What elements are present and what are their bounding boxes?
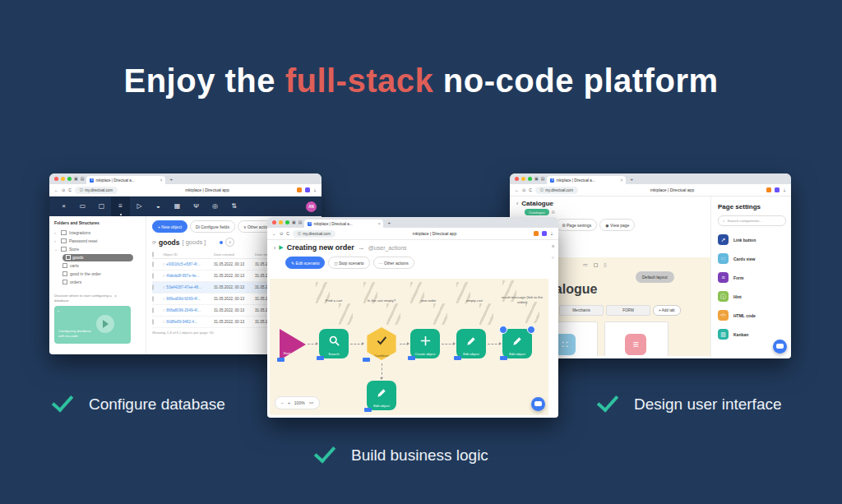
sidebar-item-goods[interactable]: goods xyxy=(54,253,141,261)
scenario-canvas[interactable]: Find a cart Is the cart empty? new order… xyxy=(270,279,548,415)
fit-screen-button[interactable]: >< xyxy=(309,400,314,405)
back-icon[interactable]: ← xyxy=(515,187,519,192)
selected-structure-pill[interactable]: goods xyxy=(62,254,133,261)
component-hint[interactable]: ⓘ Hint xyxy=(718,291,786,302)
sidebar-item-carts[interactable]: carts xyxy=(54,261,141,270)
view-page-button[interactable]: ◉ View page xyxy=(599,219,635,231)
row-checkbox[interactable] xyxy=(152,274,163,278)
object-id-link[interactable]: ≡4fabda9f-957e-4e... xyxy=(163,274,214,278)
url-field[interactable]: ⓘmy.directual.com xyxy=(75,187,118,194)
component-form[interactable]: ≡ Form xyxy=(718,272,786,283)
download-icon[interactable]: ⇣ xyxy=(313,187,317,192)
close-tab-icon[interactable]: × xyxy=(160,178,163,183)
browser-menu-icon[interactable]: ▣ xyxy=(292,220,296,224)
back-icon[interactable]: ← xyxy=(54,187,58,192)
metamask-extension-icon[interactable] xyxy=(297,187,302,192)
traffic-close-icon[interactable] xyxy=(54,177,58,181)
component-kanban[interactable]: ▥ Kanban xyxy=(718,329,786,340)
url-field[interactable]: ⓘmy.directual.com xyxy=(293,230,335,238)
database-icon[interactable]: ≡ xyxy=(111,197,130,216)
info-icon[interactable]: ⊙ xyxy=(280,231,283,236)
object-id-link[interactable]: ≡886ea58d-6069-4f... xyxy=(163,297,214,301)
plugins-icon[interactable]: ◒ xyxy=(149,197,168,216)
row-checkbox[interactable] xyxy=(152,285,163,289)
extension-icon[interactable] xyxy=(775,187,780,192)
start-node[interactable]: Start xyxy=(280,329,306,360)
traffic-close-icon[interactable] xyxy=(515,177,519,181)
extension-icon[interactable] xyxy=(305,187,310,192)
component-link-button[interactable]: ↗ Link button xyxy=(718,234,786,245)
apps-icon[interactable]: ▢ xyxy=(92,197,111,216)
traffic-minimize-icon[interactable] xyxy=(61,177,65,181)
other-actions-button[interactable]: ⋯ Other actions xyxy=(373,257,414,269)
browser-menu-icon[interactable]: ▣ xyxy=(534,177,539,181)
stop-scenario-button[interactable]: ◻ Stop scenario xyxy=(328,257,369,269)
close-icon[interactable]: × xyxy=(54,197,73,216)
sidebar-item-good-in-the-order[interactable]: good in the order xyxy=(54,270,141,278)
download-icon[interactable]: ⇣ xyxy=(783,187,786,192)
info-icon[interactable]: ⊙ xyxy=(522,187,525,192)
copy-icon[interactable]: ⊞ xyxy=(552,210,555,215)
page-slug-badge[interactable]: Catalogue xyxy=(525,209,549,215)
traffic-minimize-icon[interactable] xyxy=(279,220,283,224)
tuning-icon[interactable]: ⇅ xyxy=(224,197,243,216)
settings-icon[interactable]: ◎ xyxy=(206,197,224,216)
row-checkbox[interactable] xyxy=(152,308,163,312)
select-all-checkbox[interactable] xyxy=(152,252,163,257)
object-id-link[interactable]: ≡6fd8fe89-9482-4... xyxy=(163,320,214,324)
row-checkbox[interactable] xyxy=(152,262,163,266)
new-tab-icon[interactable]: + xyxy=(169,177,173,182)
tab-merchants[interactable]: Merchants xyxy=(559,305,604,316)
sidebar-item-store[interactable]: ⌄ Store xyxy=(54,245,141,253)
traffic-zoom-icon[interactable] xyxy=(285,220,289,224)
browser-tab[interactable]: D mktplace | Directual a... × xyxy=(86,176,165,184)
avatar[interactable]: AN xyxy=(306,201,317,212)
browser-folder-icon[interactable]: ▤ xyxy=(298,220,303,224)
default-layout-button[interactable]: Default layout xyxy=(636,271,674,283)
close-tab-icon[interactable]: × xyxy=(621,178,623,183)
close-icon[interactable]: × xyxy=(114,294,117,303)
chat-bubble-button[interactable] xyxy=(773,340,787,354)
browser-tab[interactable]: D mktplace | Directual a... × xyxy=(547,176,626,184)
zoom-out-button[interactable]: − xyxy=(281,400,284,405)
browser-menu-icon[interactable]: ▣ xyxy=(74,177,78,181)
search-node[interactable]: Search xyxy=(319,329,349,358)
chat-bubble-button[interactable] xyxy=(531,397,545,411)
row-checkbox[interactable] xyxy=(152,320,163,324)
create-object-node[interactable]: Create object xyxy=(410,329,440,358)
search-components-input[interactable]: ⌕ Search components... xyxy=(718,215,786,226)
edit-scenario-button[interactable]: ✎ Edit scenario xyxy=(285,257,325,269)
reload-icon[interactable]: C xyxy=(529,187,532,192)
sidebar-item-orders[interactable]: orders xyxy=(54,278,141,286)
refresh-icon[interactable]: ⟳ xyxy=(152,239,156,245)
column-header[interactable]: Date created xyxy=(214,252,255,257)
tab-form[interactable]: FORM xyxy=(606,305,650,316)
add-tab-button[interactable]: + Add tab xyxy=(653,305,681,316)
reload-icon[interactable]: C xyxy=(286,231,289,236)
node-badge-icon[interactable] xyxy=(499,326,507,334)
scenarios-icon[interactable]: ▷ xyxy=(130,197,149,216)
browser-tab[interactable]: D mktplace | Directual a... × xyxy=(304,220,383,228)
form-placeholder[interactable]: ≡ 50% ▯ xyxy=(604,321,669,356)
phone-icon[interactable]: ▯ xyxy=(604,261,606,267)
close-tab-icon[interactable]: × xyxy=(378,222,381,226)
sidebar-item-integrations[interactable]: › Integrations xyxy=(54,229,141,237)
column-header[interactable]: Object ID xyxy=(163,252,214,257)
browser-folder-icon[interactable]: ▤ xyxy=(541,177,545,181)
desktop-icon[interactable]: ▭ xyxy=(583,261,588,267)
page-settings-button[interactable]: ⚙ Page settings xyxy=(556,219,597,231)
object-id-link[interactable]: ≡e93016c5-e587-4f... xyxy=(163,262,214,266)
row-checkbox[interactable] xyxy=(152,297,163,301)
info-icon[interactable]: ⊙ xyxy=(62,187,65,192)
condition-node[interactable]: Condition xyxy=(365,327,398,360)
metamask-extension-icon[interactable] xyxy=(766,187,771,192)
traffic-close-icon[interactable] xyxy=(272,220,276,224)
new-tab-icon[interactable]: + xyxy=(630,177,633,182)
reports-icon[interactable]: ▦ xyxy=(168,197,187,216)
new-tab-icon[interactable]: + xyxy=(387,220,391,225)
traffic-zoom-icon[interactable] xyxy=(528,177,532,181)
node-badge-icon[interactable] xyxy=(527,326,535,334)
home-icon[interactable]: ○ xyxy=(552,255,554,260)
edit-object-branch-node[interactable]: Edit object xyxy=(367,381,396,410)
chat-icon[interactable]: ▭ xyxy=(73,197,92,216)
